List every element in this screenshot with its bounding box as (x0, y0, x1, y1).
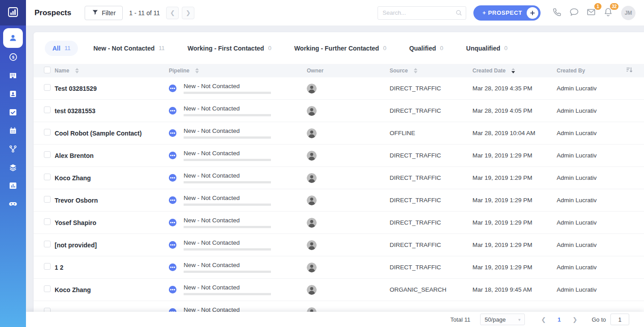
column-header-name[interactable]: Name (55, 68, 169, 74)
add-prospect-label: + PROSPECT (482, 9, 522, 16)
pipeline-ellipsis-button[interactable] (169, 286, 176, 293)
source-value: DIRECT_TRAFFIC (375, 174, 462, 181)
created-date-value: Mar 28, 2019 10:04 AM (462, 130, 545, 136)
stage-tab[interactable]: Qualified 0 (402, 41, 451, 56)
owner-avatar (307, 218, 317, 228)
chevron-down-icon: ▾ (518, 317, 520, 322)
goto-page-input[interactable] (610, 314, 629, 325)
sidebar-item-stacks[interactable] (0, 159, 26, 177)
chart-square-icon (9, 181, 17, 192)
sidebar-item-deals[interactable]: $ (0, 49, 26, 67)
column-header-created-by: Created By (545, 68, 612, 74)
sidebar-item-tasks[interactable] (0, 104, 26, 122)
prospect-name[interactable]: Trevor Osborn (55, 197, 169, 204)
row-checkbox[interactable] (44, 263, 51, 270)
row-checkbox[interactable] (44, 308, 51, 312)
sidebar-item-contacts[interactable] (0, 85, 26, 104)
pipeline-ellipsis-button[interactable] (169, 107, 176, 115)
prospect-name[interactable]: 1 2 (55, 264, 169, 271)
table-row: 1 2 New - Not Contacted DIRECT_TRAFFI (34, 256, 644, 279)
stage-tab[interactable]: Working - First Contacted 0 (180, 41, 279, 56)
pipeline-ellipsis-button[interactable] (169, 85, 176, 92)
row-checkbox[interactable] (44, 241, 51, 247)
select-all-checkbox[interactable] (44, 67, 51, 73)
pipeline-ellipsis-button[interactable] (169, 196, 176, 204)
current-page-number[interactable]: 1 (552, 316, 566, 323)
table-row: test 03281553 New - Not Contacted DIR (34, 100, 644, 122)
pipeline-ellipsis-button[interactable] (169, 129, 176, 137)
pipeline-ellipsis-button[interactable] (169, 308, 176, 312)
column-header-created-date[interactable]: Created Date (462, 68, 545, 74)
mail-button[interactable]: 1 (584, 6, 598, 20)
notifications-button[interactable]: 32 (601, 6, 615, 20)
sidebar-item-gamification[interactable] (0, 195, 26, 214)
created-date-value: Mar 19, 2019 1:29 PM (462, 152, 545, 159)
footer-next-page-button[interactable]: ❯ (566, 316, 584, 323)
pipeline-stage-tabs: All 11 New - Not Contacted 11 Working - … (34, 32, 644, 64)
tab-count: 0 (268, 45, 271, 51)
created-by-value: Admin Lucrativ (545, 286, 612, 293)
sidebar-item-analytics[interactable] (0, 177, 26, 195)
pipeline-ellipsis-button[interactable] (169, 174, 176, 182)
pipeline-ellipsis-button[interactable] (169, 152, 176, 159)
sidebar-item-prospects[interactable] (0, 27, 26, 49)
row-checkbox[interactable] (44, 151, 51, 158)
stage-tab[interactable]: New - Not Contacted 11 (86, 41, 172, 56)
prospect-name[interactable]: test 03281553 (55, 107, 169, 115)
stage-tab[interactable]: Working - Further Contacted 0 (287, 41, 394, 56)
pipeline-ellipsis-button[interactable] (169, 263, 176, 271)
add-prospect-button[interactable]: + PROSPECT (473, 5, 541, 21)
page-title: Prospects (34, 8, 71, 17)
page-size-select[interactable]: 50/page ▾ (480, 314, 525, 325)
owner-avatar (307, 151, 317, 161)
prospect-name[interactable]: Koco Zhang (55, 286, 169, 293)
sidebar-item-pipelines[interactable] (0, 140, 26, 159)
prospect-name[interactable]: Yosef Shapiro (55, 219, 169, 226)
stage-tab[interactable]: Unqualified 0 (459, 41, 515, 56)
prospect-name[interactable]: [not provided] (55, 242, 169, 249)
column-header-pipeline[interactable]: Pipeline (169, 68, 297, 74)
row-checkbox[interactable] (44, 218, 51, 225)
created-date-value: Mar 19, 2019 1:29 PM (462, 219, 545, 226)
tab-label: Unqualified (466, 45, 500, 52)
sidebar-item-calendar[interactable] (0, 122, 26, 140)
row-checkbox[interactable] (44, 129, 51, 136)
row-checkbox[interactable] (44, 174, 51, 180)
check-square-icon (9, 108, 17, 119)
pipeline-ellipsis-button[interactable] (169, 219, 176, 226)
pipeline-stage-label: New - Not Contacted (184, 195, 271, 201)
prospect-name[interactable]: Test 03281529 (55, 85, 169, 92)
table-row: Yosef Shapiro New - Not Contacted DIR (34, 212, 644, 234)
created-by-value: Admin Lucrativ (545, 130, 612, 136)
row-checkbox[interactable] (44, 196, 51, 203)
row-checkbox[interactable] (44, 285, 51, 292)
pipeline-ellipsis-button[interactable] (169, 241, 176, 249)
sort-list-icon[interactable] (626, 66, 633, 75)
app-logo[interactable] (0, 0, 26, 25)
chat-button[interactable] (567, 6, 581, 20)
footer-prev-page-button[interactable]: ❮ (535, 316, 552, 323)
prospect-name[interactable]: Alex Brenton (55, 152, 169, 159)
row-checkbox[interactable] (44, 84, 51, 91)
tab-count: 11 (159, 45, 165, 51)
prospect-name[interactable]: Koco Zhang (55, 174, 169, 182)
table-row: Koco Zhang New - Not Contacted DIRECT (34, 167, 644, 189)
prev-page-button[interactable]: ❮ (166, 7, 179, 19)
gamepad-icon (8, 199, 18, 211)
prospect-name[interactable]: Cool Robot (Sample Contact) (55, 130, 169, 137)
filter-label: Filter (102, 9, 116, 17)
stage-tab[interactable]: All 11 (45, 41, 78, 56)
sidebar-item-companies[interactable] (0, 67, 26, 85)
next-page-button[interactable]: ❯ (182, 7, 194, 19)
created-by-value: Admin Lucrativ (545, 107, 612, 114)
pipeline-stage-label: New - Not Contacted (184, 105, 271, 112)
source-value: DIRECT_TRAFFIC (375, 107, 462, 114)
row-checkbox[interactable] (44, 106, 51, 113)
phone-button[interactable] (550, 6, 564, 20)
total-count: Total 11 (451, 316, 471, 323)
filter-button[interactable]: Filter (85, 6, 123, 20)
table-row: Trevor Osborn New - Not Contacted DIR (34, 189, 644, 212)
column-header-source[interactable]: Source (375, 68, 462, 74)
search-input[interactable] (378, 6, 466, 20)
user-avatar[interactable]: JM (621, 6, 635, 20)
